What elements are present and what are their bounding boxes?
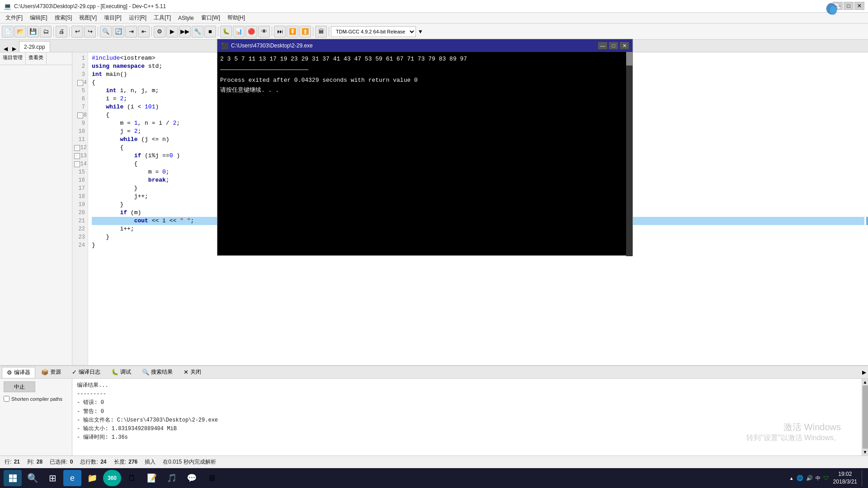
btab-resources[interactable]: 📦 资源 — [36, 367, 66, 378]
bottom-scroll-right[interactable]: ▶ — [862, 369, 866, 375]
status-row: 行: 21 — [5, 458, 20, 466]
taskbar-folder[interactable]: 📁 — [83, 470, 101, 486]
save-btn[interactable]: 💾 — [27, 26, 39, 38]
maximize-btn[interactable]: □ — [844, 2, 854, 10]
console-separator: ───────────────────────── — [220, 66, 630, 75]
status-total: 总行数: 24 — [80, 458, 106, 466]
menu-tools[interactable]: 工具[T] — [150, 13, 175, 23]
menu-run[interactable]: 运行[R] — [125, 13, 150, 23]
stepinto-btn[interactable]: ⏬ — [287, 26, 298, 38]
taskbar-show-desktop[interactable] — [862, 470, 864, 486]
shorten-paths-checkbox[interactable] — [4, 396, 9, 402]
taskbar-network-icon[interactable]: 🌐 — [797, 475, 803, 481]
scroll-up-arrow[interactable]: ▲ — [863, 380, 868, 385]
console-scrollbar[interactable] — [626, 52, 632, 256]
find-btn[interactable]: 🔍 — [100, 26, 112, 38]
btab-search[interactable]: 🔍 搜索结果 — [137, 367, 178, 378]
svg-rect-0 — [9, 474, 13, 478]
watch-btn[interactable]: 👁 — [258, 26, 270, 38]
taskbar-app6[interactable]: 🎵 — [163, 470, 181, 486]
sidebar-tab-project[interactable]: 项目管理 — [0, 52, 26, 65]
taskbar-arrow-up[interactable]: ▲ — [789, 476, 794, 481]
breakpoint-btn[interactable]: 🔴 — [245, 26, 257, 38]
btab-compiler[interactable]: ⚙ 编译器 — [2, 367, 35, 378]
bottom-scrollbar[interactable]: ▲ ▼ — [862, 379, 868, 455]
taskbar-taskview[interactable]: ⊞ — [43, 470, 61, 486]
stop-btn[interactable]: ■ — [204, 26, 216, 38]
file-tab[interactable]: 2-29.cpp — [19, 41, 50, 52]
stepout-btn[interactable]: ⏫ — [299, 26, 311, 38]
taskbar-security-icon[interactable]: 🛡 — [823, 475, 829, 481]
fold-8[interactable]: - — [77, 113, 83, 118]
save-all-btn[interactable]: 🗂 — [40, 26, 52, 38]
open-btn[interactable]: 📂 — [14, 26, 26, 38]
cancel-btn[interactable]: 中止 — [4, 381, 35, 392]
scroll-down-arrow[interactable]: ▼ — [863, 450, 868, 455]
unindent-btn[interactable]: ⇤ — [138, 26, 150, 38]
taskbar-app4[interactable]: 🗒 — [123, 470, 141, 486]
console-title: C:\Users\47303\Desktop\2-29.exe — [231, 42, 313, 49]
btab-compile-log[interactable]: ✓ 编译日志 — [67, 367, 105, 378]
class-btn[interactable]: 🏛 — [315, 26, 327, 38]
fold-13[interactable]: - — [74, 153, 80, 159]
taskbar-app8[interactable]: 🖥 — [203, 470, 221, 486]
svg-rect-3 — [13, 479, 17, 482]
taskbar-search[interactable]: 🔍 — [24, 470, 42, 486]
compile-outsize: - 输出大小: 1.83193492889404 MiB — [77, 425, 857, 433]
dropdown-arrow[interactable]: ▼ — [418, 28, 423, 35]
toolbar: 📄 📂 💾 🗂 🖨 ↩ ↪ 🔍 🔄 ⇥ ⇤ ⚙ ▶ ▶▶ 🔧 ■ 🐛 📊 🔴 👁… — [0, 23, 868, 40]
bottom-area: ⚙ 编译器 📦 资源 ✓ 编译日志 🐛 调试 🔍 搜索结果 ✕ 关闭 ▶ 中止 — [0, 365, 868, 455]
sidebar-next-btn[interactable]: ▶ — [10, 46, 18, 52]
menu-astyle[interactable]: AStyle — [175, 14, 198, 22]
rebuild-btn[interactable]: 🔧 — [192, 26, 203, 38]
undo-btn[interactable]: ↩ — [71, 26, 83, 38]
compiler-selector[interactable]: TDM-GCC 4.9.2 64-bit Release — [331, 26, 416, 37]
sidebar-tab-class[interactable]: 查看类 — [26, 52, 47, 65]
console-titlebar: ⬛ C:\Users\47303\Desktop\2-29.exe — □ ✕ — [217, 39, 632, 52]
compiler-icon: ⚙ — [7, 369, 12, 376]
scroll-thumb[interactable] — [863, 385, 868, 449]
redo-btn[interactable]: ↪ — [84, 26, 96, 38]
taskbar-app7[interactable]: 💬 — [183, 470, 201, 486]
fold-12[interactable]: - — [74, 145, 80, 151]
close-tab-icon: ✕ — [184, 369, 189, 375]
menu-file[interactable]: 文件[F] — [2, 13, 26, 23]
compile-errors: - 错误: 0 — [77, 399, 857, 407]
profile-btn[interactable]: 📊 — [233, 26, 245, 38]
console-minimize-btn[interactable]: — — [598, 42, 607, 49]
taskbar-app5[interactable]: 📝 — [143, 470, 161, 486]
close-btn[interactable]: ✕ — [854, 2, 864, 10]
shorten-paths-label: Shorten compiler paths — [11, 396, 62, 402]
start-button[interactable] — [4, 470, 22, 486]
console-scrollbar-thumb[interactable] — [626, 52, 632, 66]
print-btn[interactable]: 🖨 — [56, 26, 67, 38]
menu-project[interactable]: 项目[P] — [100, 13, 125, 23]
console-close-btn[interactable]: ✕ — [620, 42, 629, 49]
menu-search[interactable]: 搜索[S] — [51, 13, 76, 23]
run-btn[interactable]: ▶ — [166, 26, 178, 38]
sidebar: 项目管理 查看类 — [0, 52, 72, 365]
taskbar-ime-icon[interactable]: 中 — [816, 475, 821, 482]
taskbar-360[interactable]: 360 — [103, 470, 121, 486]
console-maximize-btn[interactable]: □ — [609, 42, 618, 49]
debug-btn[interactable]: 🐛 — [220, 26, 232, 38]
taskbar-clock[interactable]: 19:02 2018/3/21 — [833, 470, 857, 486]
new-file-btn[interactable]: 📄 — [2, 26, 14, 38]
taskbar-ie[interactable]: e — [63, 470, 81, 486]
fold-4[interactable]: - — [77, 80, 83, 86]
indent-btn[interactable]: ⇥ — [125, 26, 137, 38]
taskbar-volume-icon[interactable]: 🔊 — [806, 475, 813, 481]
menu-view[interactable]: 视图[V] — [75, 13, 100, 23]
compile-btn[interactable]: ⚙ — [154, 26, 165, 38]
replace-btn[interactable]: 🔄 — [113, 26, 124, 38]
app-icon: 💻 — [4, 3, 11, 10]
stepover-btn[interactable]: ⏭ — [274, 26, 286, 38]
menu-help[interactable]: 帮助[H] — [224, 13, 249, 23]
btab-close[interactable]: ✕ 关闭 — [179, 367, 206, 378]
fold-14[interactable]: - — [74, 161, 80, 167]
compile-run-btn[interactable]: ▶▶ — [179, 26, 191, 38]
btab-debug[interactable]: 🐛 调试 — [106, 367, 136, 378]
sidebar-prev-btn[interactable]: ◀ — [2, 46, 9, 52]
menu-window[interactable]: 窗口[W] — [198, 13, 224, 23]
menu-edit[interactable]: 编辑[E] — [26, 13, 51, 23]
